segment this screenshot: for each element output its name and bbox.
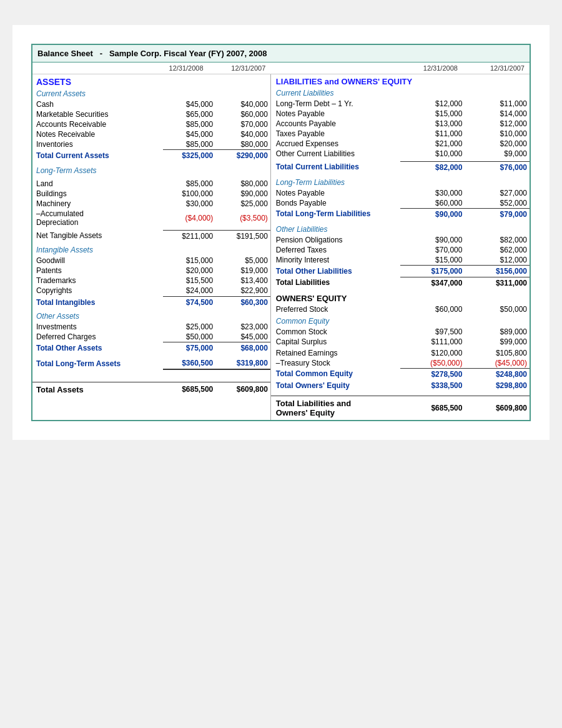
total-liab-2008: $347,000 <box>400 277 465 289</box>
accrued-expenses-2007: $20,000 <box>465 139 530 149</box>
deferred-taxes-row: Deferred Taxes $70,000 $62,000 <box>271 245 530 255</box>
total-owners-equity-2007: $298,800 <box>465 380 530 391</box>
goodwill-row: Goodwill $15,000 $5,000 <box>32 256 270 266</box>
capital-surplus-2008: $111,000 <box>400 337 465 347</box>
accumulated-dep-row: –AccumulatedDepreciation ($4,000) ($3,50… <box>32 209 270 227</box>
total-intangibles-2007: $60,300 <box>215 297 270 309</box>
notes-rec-label: Notes Receivable <box>32 129 163 139</box>
pension-row: Pension Obligations $90,000 $82,000 <box>271 235 530 245</box>
buildings-row: Buildings $100,000 $90,000 <box>32 189 270 199</box>
bonds-payable-row: Bonds Payable $60,000 $52,000 <box>271 198 530 209</box>
preferred-stock-2007: $50,000 <box>465 304 530 314</box>
inventories-2008: $85,000 <box>163 139 215 150</box>
col-date-2007-left: 12/31/2007 <box>209 62 271 74</box>
net-tangible-2008: $211,000 <box>163 230 215 242</box>
liabilities-column: LIABILITIES and OWNERS' EQUITY Current L… <box>270 74 530 421</box>
land-2008: $85,000 <box>163 179 215 189</box>
current-liabilities-title-row: Current Liabilities <box>271 87 530 99</box>
total-long-term-assets-2007: $319,800 <box>215 357 270 369</box>
notes-payable-cur-row: Notes Payable $15,000 $14,000 <box>271 109 530 119</box>
preferred-stock-label: Preferred Stock <box>271 304 400 314</box>
total-current-liab-2008: $82,000 <box>400 161 465 173</box>
total-other-liab-row: Total Other Liabilities $175,000 $156,00… <box>271 265 530 277</box>
trademarks-2008: $15,500 <box>163 276 215 286</box>
common-equity-title: Common Equity <box>276 317 329 326</box>
notes-payable-cur-label: Notes Payable <box>271 109 400 119</box>
col-date-2008-right: 12/31/2008 <box>395 62 463 74</box>
deferred-charges-2007: $45,000 <box>215 332 270 342</box>
assets-label: ASSETS <box>36 77 71 87</box>
other-current-liab-label: Other Current Liabilities <box>271 149 400 159</box>
investments-row: Investments $25,000 $23,000 <box>32 322 270 332</box>
goodwill-2007: $5,000 <box>215 256 270 266</box>
column-headers-row: 12/31/2008 12/31/2007 12/31/2008 12/31/2… <box>32 62 530 74</box>
total-other-assets-2007: $68,000 <box>215 342 270 354</box>
land-row: Land $85,000 $80,000 <box>32 179 270 189</box>
total-current-assets-label: Total Current Assets <box>32 150 163 162</box>
total-common-equity-label: Total Common Equity <box>271 368 400 380</box>
buildings-label: Buildings <box>32 189 163 199</box>
total-other-assets-label: Total Other Assets <box>32 342 163 354</box>
spacer-fill <box>32 369 270 382</box>
accumulated-dep-2008: ($4,000) <box>163 209 215 227</box>
patents-2008: $20,000 <box>163 266 215 276</box>
total-other-assets-row: Total Other Assets $75,000 $68,000 <box>32 342 270 354</box>
copyrights-2008: $24,000 <box>163 286 215 296</box>
trademarks-label: Trademarks <box>32 276 163 286</box>
minority-interest-2008: $15,000 <box>400 255 465 266</box>
header-cell: Balance Sheet - Sample Corp. Fiscal Year… <box>32 44 530 62</box>
total-other-liab-2008: $175,000 <box>400 265 465 277</box>
total-current-assets-2007: $290,000 <box>215 150 270 162</box>
liabilities-label: LIABILITIES and OWNERS' EQUITY <box>276 77 412 86</box>
total-common-equity-2008: $278,500 <box>400 368 465 380</box>
lt-notes-payable-row: Notes Payable $30,000 $27,000 <box>271 188 530 198</box>
accounts-rec-2008: $85,000 <box>163 119 215 129</box>
preferred-stock-2008: $60,000 <box>400 304 465 314</box>
investments-2007: $23,000 <box>215 322 270 332</box>
other-assets-title: Other Assets <box>36 312 79 321</box>
total-assets-2008: $685,500 <box>163 382 215 397</box>
machinery-2007: $25,000 <box>215 199 270 209</box>
total-lt-liab-2007: $79,000 <box>465 208 530 220</box>
long-term-liab-title: Long-Term Liabilities <box>276 178 345 187</box>
net-tangible-2007: $191,500 <box>215 230 270 242</box>
copyrights-2007: $22,900 <box>215 286 270 296</box>
taxes-payable-2008: $11,000 <box>400 129 465 139</box>
total-long-term-assets-row: Total Long-Term Assets $360,500 $319,800 <box>32 357 270 369</box>
current-liabilities-title: Current Liabilities <box>276 89 334 97</box>
lt-debt-2007: $11,000 <box>465 99 530 109</box>
col-date-2008-left: 12/31/2008 <box>146 62 209 74</box>
capital-surplus-2007: $99,000 <box>465 337 530 347</box>
other-current-liab-2008: $10,000 <box>400 149 465 159</box>
common-stock-label: Common Stock <box>271 327 400 337</box>
accounts-payable-2008: $13,000 <box>400 119 465 129</box>
retained-earnings-2007: $105,800 <box>465 348 530 358</box>
liabilities-table: LIABILITIES and OWNERS' EQUITY Current L… <box>271 74 530 420</box>
other-liab-title-row: Other Liabilities <box>271 224 530 235</box>
total-owners-equity-2008: $338,500 <box>400 380 465 391</box>
preferred-stock-row: Preferred Stock $60,000 $50,000 <box>271 304 530 314</box>
common-stock-row: Common Stock $97,500 $89,000 <box>271 327 530 337</box>
accrued-expenses-label: Accrued Expenses <box>271 139 400 149</box>
machinery-label: Machinery <box>32 199 163 209</box>
total-lt-liab-row: Total Long-Term Liabilities $90,000 $79,… <box>271 208 530 220</box>
other-current-liab-row: Other Current Liabilities $10,000 $9,000 <box>271 149 530 159</box>
assets-header-row: ASSETS <box>32 74 270 88</box>
common-stock-2007: $89,000 <box>465 327 530 337</box>
retained-earnings-2008: $120,000 <box>400 348 465 358</box>
copyrights-row: Copyrights $24,000 $22,900 <box>32 286 270 296</box>
land-label: Land <box>32 179 163 189</box>
pension-2007: $82,000 <box>465 235 530 245</box>
other-liab-title: Other Liabilities <box>276 225 328 234</box>
lt-notes-payable-label: Notes Payable <box>271 188 400 198</box>
assets-column: ASSETS Current Assets Cash $45,000 $40,0… <box>32 74 270 421</box>
cash-row: Cash $45,000 $40,000 <box>32 99 270 109</box>
other-assets-title-row: Other Assets <box>32 311 270 322</box>
total-liab-label: Total Liabilities <box>271 277 400 289</box>
investments-2008: $25,000 <box>163 322 215 332</box>
pension-2008: $90,000 <box>400 235 465 245</box>
minority-interest-2007: $12,000 <box>465 255 530 266</box>
title: Balance Sheet <box>37 49 93 58</box>
total-liab-2007: $311,000 <box>465 277 530 289</box>
deferred-charges-row: Deferred Charges $50,000 $45,000 <box>32 332 270 342</box>
